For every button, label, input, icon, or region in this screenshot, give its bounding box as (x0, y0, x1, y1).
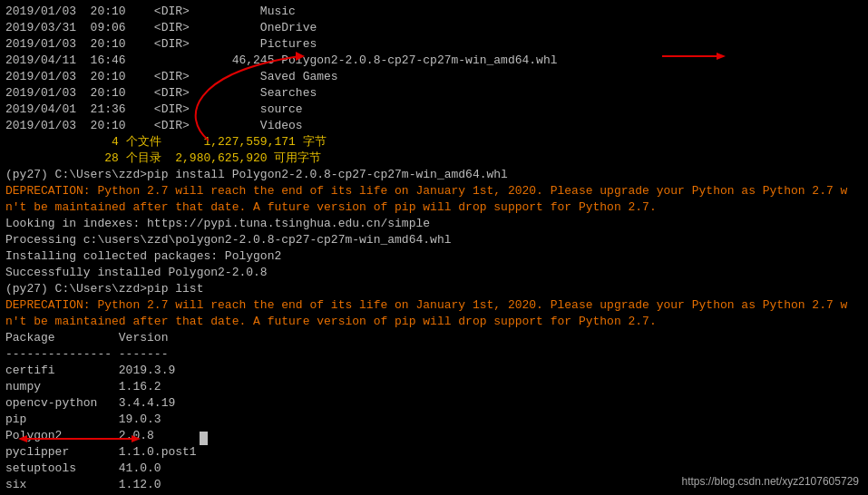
terminal-line: --------------- ------- (5, 346, 863, 363)
terminal-line: Successfully installed Polygon2-2.0.8 (5, 265, 863, 281)
terminal-line: pyclipper 1.1.0.post1 (5, 444, 863, 461)
terminal: 2019/01/03 20:10 <DIR> Music2019/03/31 0… (0, 0, 868, 495)
terminal-line: 2019/01/03 20:10 <DIR> Searches (5, 85, 863, 102)
terminal-line: Polygon2 2.0.8 (5, 428, 863, 444)
terminal-line: 2019/01/03 20:10 <DIR> Music (5, 4, 863, 20)
terminal-line: 2019/01/03 20:10 <DIR> Pictures (5, 36, 863, 53)
watermark: https://blog.csdn.net/xyz2107605729 (682, 475, 859, 488)
terminal-line: opencv-python 3.4.4.19 (5, 395, 863, 412)
terminal-line: n't be maintained after that date. A fut… (5, 199, 863, 216)
terminal-line: 2019/03/31 09:06 <DIR> OneDrive (5, 20, 863, 36)
terminal-line: numpy 1.16.2 (5, 379, 863, 395)
terminal-line: Installing collected packages: Polygon2 (5, 248, 863, 265)
terminal-line: (py27) C:\Users\zzd>pip list (5, 281, 863, 297)
terminal-line: DEPRECATION: Python 2.7 will reach the e… (5, 183, 863, 199)
terminal-line: Package Version (5, 330, 863, 346)
terminal-line: 2019/01/03 20:10 <DIR> Saved Games (5, 69, 863, 85)
terminal-line: Processing c:\users\zzd\polygon2-2.0.8-c… (5, 232, 863, 248)
terminal-line: 28 个目录 2,980,625,920 可用字节 (5, 150, 863, 167)
terminal-line: Looking in indexes: https://pypi.tuna.ts… (5, 216, 863, 232)
terminal-line: 4 个文件 1,227,559,171 字节 (5, 134, 863, 150)
terminal-line: certifi 2019.3.9 (5, 363, 863, 379)
terminal-line: pip 19.0.3 (5, 412, 863, 428)
terminal-line: 2019/04/11 16:46 46,245 Polygon2-2.0.8-c… (5, 53, 863, 69)
terminal-line: 2019/01/03 20:10 <DIR> Videos (5, 118, 863, 134)
terminal-line: (py27) C:\Users\zzd>pip install Polygon2… (5, 167, 863, 183)
terminal-line: n't be maintained after that date. A fut… (5, 314, 863, 330)
terminal-line: DEPRECATION: Python 2.7 will reach the e… (5, 297, 863, 314)
terminal-line: 2019/04/01 21:36 <DIR> source (5, 102, 863, 118)
